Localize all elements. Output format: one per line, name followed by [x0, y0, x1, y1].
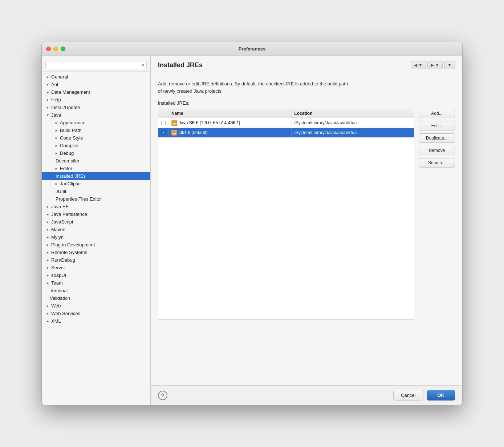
remove-button[interactable]: Remove — [419, 146, 455, 155]
toolbar-forward-button[interactable]: ▶ ▼ — [427, 61, 443, 69]
sidebar-item-server[interactable]: ► Server — [42, 264, 150, 271]
search-input[interactable] — [45, 61, 147, 69]
arrow-icon: ► — [46, 106, 50, 109]
sidebar-item-soapui[interactable]: ► soapUI — [42, 271, 150, 279]
cancel-button[interactable]: Cancel — [393, 390, 423, 400]
sidebar-item-label: Properties Files Editor — [56, 196, 102, 202]
jre-icon: ☕ — [171, 130, 177, 136]
sidebar-item-label: Debug — [60, 150, 74, 156]
sidebar-item-label: Appearance — [60, 120, 85, 125]
sidebar-item-validation[interactable]: Validation — [42, 294, 150, 302]
sidebar-item-compiler[interactable]: ► Compiler — [42, 142, 150, 149]
arrow-icon: ► — [55, 129, 58, 132]
panel-body: Add, remove or edit JRE definitions. By … — [151, 73, 462, 385]
table-row[interactable]: ☕ Java SE 6 [1.6.0_65-b14-466.1] /System… — [158, 118, 414, 128]
sidebar-item-java[interactable]: ▼ Java — [42, 111, 150, 119]
traffic-lights — [46, 47, 65, 51]
sidebar-item-terminal[interactable]: Terminal — [42, 287, 150, 294]
sidebar-item[interactable]: ► General — [42, 73, 150, 81]
sidebar-item-java-ee[interactable]: ► Java EE — [42, 203, 150, 210]
sidebar-item-label: Install/Update — [51, 105, 80, 110]
sidebar-item-label: Plug-in Development — [51, 242, 95, 247]
sidebar-item-label: Java — [51, 112, 61, 118]
help-button[interactable]: ? — [158, 391, 167, 400]
search-button[interactable]: Search... — [419, 158, 455, 168]
panel-header: Installed JREs ◀ ▼ ▶ ▼ ▼ — [151, 56, 462, 73]
sidebar-item-label: Java Persistence — [51, 212, 87, 217]
arrow-icon: ► — [46, 228, 50, 231]
ok-button[interactable]: OK — [427, 390, 455, 400]
preferences-window: Preferences ✕ ► General ► Ant ► Data — [41, 42, 463, 405]
sidebar-item-label: Team — [51, 280, 63, 286]
add-button[interactable]: Add... — [419, 109, 455, 118]
footer: ? Cancel OK — [151, 385, 462, 405]
sidebar-item-label: Terminal — [50, 288, 68, 293]
sidebar-item-java-persistence[interactable]: ► Java Persistence — [42, 210, 150, 218]
arrow-icon: ► — [46, 220, 50, 224]
sidebar-item-web-services[interactable]: ► Web Services — [42, 310, 150, 317]
edit-button[interactable]: Edit... — [419, 121, 455, 130]
maximize-button[interactable] — [61, 47, 65, 51]
sidebar-item-decompiler[interactable]: Decompiler — [42, 157, 150, 165]
sidebar-item-label: Help — [51, 97, 61, 102]
arrow-icon: ► — [55, 152, 58, 155]
row-name-cell: ☕ jdk1.6 (default) — [168, 128, 292, 137]
sidebar-item-appearance[interactable]: ► Appearance — [42, 119, 150, 126]
row-checkbox[interactable] — [158, 119, 168, 127]
row-checkbox[interactable]: ✓ — [158, 129, 168, 137]
sidebar-item-jadclipse[interactable]: ► JadClipse — [42, 180, 150, 188]
toolbar-menu-button[interactable]: ▼ — [444, 61, 455, 69]
jre-table-header: Name Location — [158, 109, 414, 118]
toolbar-back-button[interactable]: ◀ ▼ — [411, 61, 426, 69]
sidebar-item-debug[interactable]: ► Debug — [42, 149, 150, 157]
sidebar-item-xml[interactable]: ► XML — [42, 317, 150, 325]
sidebar-item-junit[interactable]: JUnit — [42, 188, 150, 195]
row-name-label: jdk1.6 (default) — [179, 130, 207, 135]
checkbox-checked[interactable]: ✓ — [161, 130, 166, 135]
table-row[interactable]: ✓ ☕ jdk1.6 (default) /System/Library/Jav… — [158, 128, 414, 138]
arrow-icon: ► — [46, 83, 50, 86]
search-clear-wrapper: ✕ — [45, 61, 147, 69]
sidebar-item[interactable]: ► Help — [42, 96, 150, 104]
sidebar-item-label: JavaScript — [51, 219, 73, 225]
row-name-cell: ☕ Java SE 6 [1.6.0_65-b14-466.1] — [168, 118, 292, 128]
sidebar-item-label: General — [51, 74, 68, 80]
arrow-icon: ► — [46, 213, 50, 216]
sidebar-item-build-path[interactable]: ► Build Path — [42, 126, 150, 134]
duplicate-button[interactable]: Duplicate... — [419, 133, 455, 143]
search-clear-button[interactable]: ✕ — [141, 63, 145, 68]
checkbox-unchecked[interactable] — [161, 121, 166, 125]
sidebar-item-remote-systems[interactable]: ► Remote Systems — [42, 249, 150, 256]
sidebar-item-properties-files-editor[interactable]: Properties Files Editor — [42, 195, 150, 203]
arrow-icon: ► — [46, 98, 50, 102]
sidebar-item-label: Remote Systems — [51, 250, 87, 255]
row-location-cell: /System/Library/Java/JavaVirtua — [292, 118, 414, 127]
sidebar-item-editor[interactable]: ► Editor — [42, 165, 150, 172]
arrow-icon: ► — [46, 319, 50, 323]
sidebar-item-team[interactable]: ► Team — [42, 279, 150, 287]
minimize-button[interactable] — [53, 47, 58, 51]
sidebar-item[interactable]: ► Ant — [42, 81, 150, 88]
arrow-icon: ► — [55, 144, 58, 148]
sidebar-item-label: Data Management — [51, 89, 90, 95]
sidebar-item-code-style[interactable]: ► Code Style — [42, 134, 150, 142]
sidebar-item[interactable]: ► Install/Update — [42, 104, 150, 111]
jre-table-container: Name Location ☕ Java SE 6 [1.6.0_65-b14-… — [158, 109, 455, 320]
close-button[interactable] — [46, 47, 51, 51]
arrow-icon: ► — [55, 167, 58, 170]
sidebar-item-mylyn[interactable]: ► Mylyn — [42, 233, 150, 241]
arrow-icon: ► — [46, 281, 50, 285]
sidebar-item-run-debug[interactable]: ► Run/Debug — [42, 256, 150, 264]
footer-buttons: Cancel OK — [393, 390, 455, 400]
right-panel: Installed JREs ◀ ▼ ▶ ▼ ▼ Add, remove or … — [151, 56, 462, 405]
sidebar-item-maven[interactable]: ► Maven — [42, 226, 150, 233]
table-label: Installed JREs: — [158, 100, 455, 106]
sidebar-item-label: Web — [51, 303, 61, 309]
sidebar-item-javascript[interactable]: ► JavaScript — [42, 218, 150, 226]
arrow-icon: ► — [46, 90, 50, 94]
sidebar-item-web[interactable]: ► Web — [42, 302, 150, 310]
sidebar-item-plug-in-development[interactable]: ► Plug-in Development — [42, 241, 150, 249]
panel-title: Installed JREs — [158, 61, 203, 69]
sidebar-item[interactable]: ► Data Management — [42, 88, 150, 96]
sidebar-item-installed-jres[interactable]: Installed JREs — [42, 172, 150, 180]
